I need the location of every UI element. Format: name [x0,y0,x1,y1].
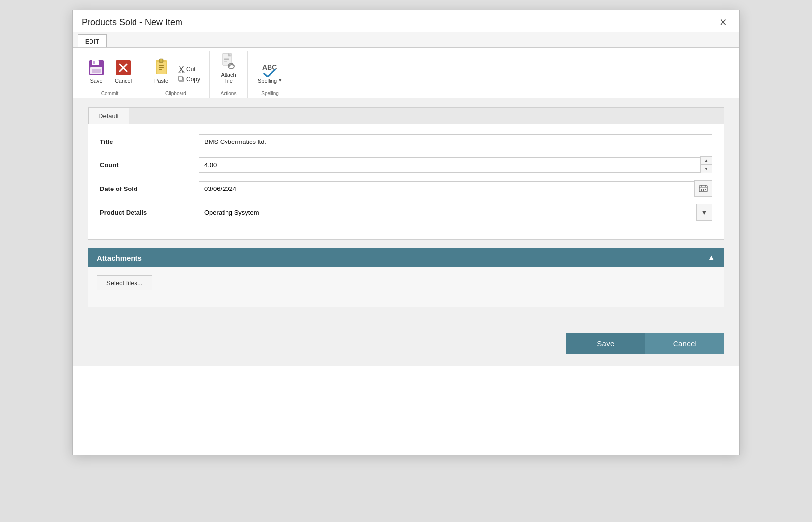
count-field: ▲ ▼ [199,156,712,173]
spelling-dropdown-arrow: ▼ [278,78,282,83]
commit-buttons: Save Cancel [85,51,135,88]
calendar-button[interactable] [694,180,712,197]
cancel-icon [114,59,132,77]
spinner-up[interactable]: ▲ [701,157,712,165]
svg-rect-24 [224,58,229,59]
paste-button[interactable]: Paste [149,57,173,86]
dialog-title: Products Sold - New Item [82,17,182,28]
svg-rect-12 [159,65,164,66]
actions-group-label: Actions [217,89,240,96]
copy-label: Copy [186,76,200,83]
svg-rect-25 [224,59,229,60]
svg-rect-13 [159,67,164,68]
svg-rect-36 [703,190,704,191]
attachments-header: Attachments ▲ [88,248,724,267]
cut-button[interactable]: Cut [176,65,202,74]
title-label: Title [100,138,199,145]
spelling-button[interactable]: ABC Spelling ▼ [255,57,285,86]
form-row-date: Date of Sold [100,180,712,197]
date-wrapper [199,180,712,197]
save-ribbon-label: Save [90,78,102,84]
svg-rect-35 [701,190,702,191]
tab-edit[interactable]: EDIT [78,34,107,47]
clipboard-buttons: Paste Cut [149,51,202,88]
cut-label: Cut [186,66,196,73]
count-label: Count [100,161,199,169]
svg-rect-11 [160,59,162,62]
title-field [199,134,712,149]
product-select-wrap: Operating Sysytem Other ▼ [199,204,712,221]
dialog-footer: Save Cancel [73,324,739,366]
save-ribbon-button[interactable]: Save [85,57,108,86]
cancel-footer-button[interactable]: Cancel [645,333,724,354]
dialog-content: Default Title Count [73,98,739,324]
attach-file-label: AttachFile [221,72,236,84]
svg-rect-4 [92,69,101,73]
ribbon-group-clipboard: Paste Cut [142,51,210,98]
product-select[interactable]: Operating Sysytem Other [199,205,696,220]
ribbon-group-commit: Save Cancel Commit [78,51,142,98]
product-field: Operating Sysytem Other ▼ [199,204,712,221]
title-bar: Products Sold - New Item ✕ [73,10,739,32]
title-input[interactable] [199,134,712,149]
count-input[interactable] [199,157,700,173]
save-footer-button[interactable]: Save [566,333,645,354]
cancel-ribbon-button[interactable]: Cancel [111,57,135,86]
save-icon [88,59,105,77]
date-input[interactable] [199,181,694,196]
ribbon-group-spelling: ABC Spelling ▼ Spelling [248,51,292,98]
paste-icon [152,59,170,77]
svg-rect-34 [705,189,706,190]
ribbon-group-actions: AttachFile Actions [210,51,248,98]
close-button[interactable]: ✕ [716,16,730,28]
form-row-title: Title [100,134,712,149]
ribbon-tabs: EDIT [73,32,739,48]
clipboard-group-label: Clipboard [149,89,202,96]
form-table: Title Count ▲ ▼ [88,124,724,239]
date-label: Date of Sold [100,185,199,192]
count-spinner: ▲ ▼ [199,156,712,173]
svg-rect-2 [93,61,95,64]
attach-file-icon [220,53,237,71]
svg-rect-32 [701,189,702,190]
form-row-product: Product Details Operating Sysytem Other … [100,204,712,221]
svg-rect-26 [224,61,227,62]
date-field [199,180,712,197]
form-row-count: Count ▲ ▼ [100,156,712,173]
spelling-buttons: ABC Spelling ▼ [255,51,285,88]
copy-button[interactable]: Copy [176,75,202,84]
attach-file-button[interactable]: AttachFile [217,51,240,86]
svg-rect-33 [703,189,704,190]
spinner-down[interactable]: ▼ [701,165,712,173]
cut-copy-group: Cut Copy [176,65,202,86]
spelling-group-label: Spelling [255,89,285,96]
ribbon-bar: Save Cancel Commit [73,48,739,98]
attachments-card: Attachments ▲ Select files... [88,248,724,307]
actions-buttons: AttachFile [217,51,240,88]
select-dropdown-arrow[interactable]: ▼ [696,204,712,221]
spelling-label: Spelling [258,78,277,84]
dialog: Products Sold - New Item ✕ EDIT [72,10,740,455]
calendar-icon [699,184,708,193]
paste-label: Paste [154,78,168,84]
spelling-icon: ABC [261,59,279,77]
attachments-body: Select files... [88,267,724,307]
section-tab-bar: Default [88,108,724,124]
product-label: Product Details [100,209,199,216]
svg-rect-20 [179,76,182,81]
svg-rect-14 [159,69,162,70]
select-files-button[interactable]: Select files... [97,275,152,290]
spinner-buttons: ▲ ▼ [700,156,712,173]
default-section-card: Default Title Count [88,107,724,240]
attachments-title: Attachments [97,254,142,262]
attachments-collapse-icon[interactable]: ▲ [707,253,715,262]
commit-group-label: Commit [85,89,135,96]
cancel-ribbon-label: Cancel [115,78,132,84]
default-tab[interactable]: Default [88,108,129,124]
